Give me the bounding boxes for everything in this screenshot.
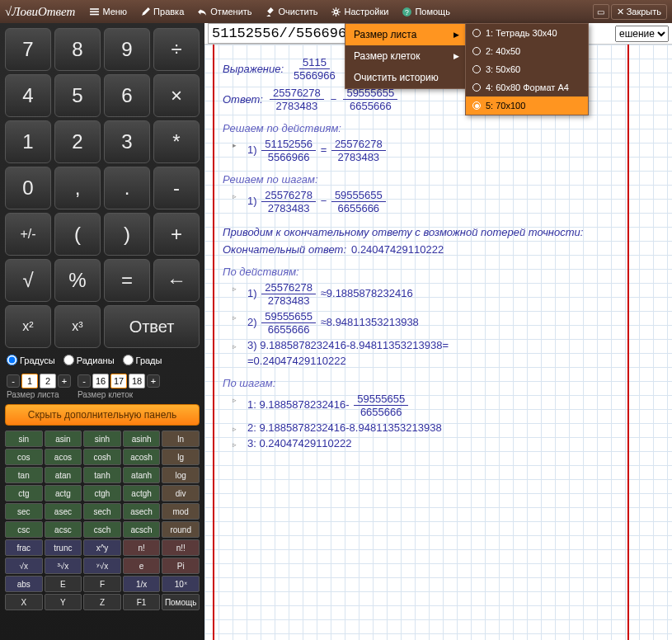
settings-button[interactable]: Настройки bbox=[325, 4, 394, 20]
radio-icon bbox=[472, 47, 481, 55]
mode-rad[interactable]: Радианы bbox=[63, 355, 115, 365]
svg-text:?: ? bbox=[405, 7, 409, 16]
undo-button[interactable]: Отменить bbox=[191, 4, 257, 20]
key-sign[interactable]: +/- bbox=[5, 213, 51, 256]
section-actions: Решаем по действиям: bbox=[223, 122, 623, 134]
key-sqrt[interactable]: √ bbox=[5, 259, 51, 302]
section-steps: Решаем по шагам: bbox=[223, 173, 623, 186]
key-answer[interactable]: Ответ bbox=[104, 305, 200, 348]
size-val-2[interactable]: 2 bbox=[40, 374, 56, 388]
gear-icon bbox=[331, 7, 341, 17]
size-inc[interactable]: + bbox=[58, 374, 71, 388]
size-label: Размер листа bbox=[7, 390, 71, 399]
key-cube[interactable]: x³ bbox=[54, 305, 101, 348]
size-dec[interactable]: - bbox=[7, 374, 20, 388]
key-star[interactable]: * bbox=[153, 120, 200, 163]
fn-sin[interactable]: sin bbox=[5, 431, 43, 447]
function-keypad: sinasinsinhasinhln cosacoscoshacoshlg ta… bbox=[5, 431, 200, 610]
help-icon: ? bbox=[402, 7, 412, 17]
key-back[interactable]: ← bbox=[153, 259, 200, 302]
pencil-icon bbox=[140, 7, 151, 17]
broom-icon bbox=[266, 7, 276, 17]
cell-dec[interactable]: - bbox=[78, 374, 91, 388]
solution-mode-select[interactable]: ешение bbox=[615, 26, 669, 42]
size-opt-4[interactable]: 4: 60x80 Формат А4 bbox=[466, 78, 588, 96]
key-8[interactable]: 8 bbox=[54, 28, 101, 71]
main-toolbar: √ЛовиОтвет Меню Правка Отменить Очистить… bbox=[0, 0, 672, 23]
settings-dropdown: Размер листа▶ Размер клеток▶ Очистить ис… bbox=[345, 23, 468, 89]
size-opt-5[interactable]: 5: 70x100 bbox=[466, 96, 588, 115]
cell-label: Размер клеток bbox=[78, 390, 160, 399]
help-button[interactable]: ?Помощь bbox=[396, 4, 456, 20]
key-7[interactable]: 7 bbox=[5, 28, 51, 71]
main-keypad: 7 8 9 ÷ 4 5 6 × 1 2 3 * 0 , . - +/- ( ) … bbox=[5, 28, 200, 348]
chevron-right-icon: ▶ bbox=[453, 31, 459, 39]
final-header: Приводим к окончательному ответу с возмо… bbox=[223, 226, 623, 238]
key-lparen[interactable]: ( bbox=[54, 213, 101, 256]
settings-cell-size[interactable]: Размер клеток▶ bbox=[345, 45, 468, 67]
menu-icon bbox=[89, 7, 100, 17]
chevron-right-icon: ▶ bbox=[453, 52, 459, 60]
clear-button[interactable]: Очистить bbox=[260, 4, 324, 20]
final-answer: 0.24047429110222 bbox=[351, 243, 444, 256]
radio-icon bbox=[472, 101, 481, 110]
radio-icon bbox=[472, 83, 481, 92]
settings-sheet-size[interactable]: Размер листа▶ bbox=[345, 24, 468, 45]
key-dot[interactable]: . bbox=[104, 167, 150, 209]
hide-panel-button[interactable]: Скрыть дополнительную панель bbox=[5, 404, 200, 426]
menu-button[interactable]: Меню bbox=[83, 4, 133, 20]
key-sq[interactable]: x² bbox=[5, 305, 51, 348]
sheet-size-control: - 1 2 + Размер листа bbox=[7, 374, 71, 399]
size-opt-2[interactable]: 2: 40x50 bbox=[466, 42, 588, 60]
settings-clear-history[interactable]: Очистить историю bbox=[345, 67, 468, 88]
key-9[interactable]: 9 bbox=[104, 28, 150, 71]
answer-label: Ответ: bbox=[223, 93, 263, 106]
key-comma[interactable]: , bbox=[54, 167, 101, 209]
key-pct[interactable]: % bbox=[54, 259, 101, 302]
key-1[interactable]: 1 bbox=[5, 120, 51, 163]
key-mul[interactable]: × bbox=[153, 74, 200, 117]
app-logo: √ЛовиОтвет bbox=[5, 5, 75, 19]
size-opt-3[interactable]: 3: 50x60 bbox=[466, 60, 588, 78]
svg-point-3 bbox=[335, 10, 338, 13]
close-icon: ✕ bbox=[617, 7, 624, 17]
key-plus[interactable]: + bbox=[153, 213, 200, 256]
cell-inc[interactable]: + bbox=[147, 374, 160, 388]
radio-icon bbox=[472, 29, 481, 37]
close-button[interactable]: ✕Закрыть bbox=[611, 4, 667, 20]
key-div[interactable]: ÷ bbox=[153, 28, 200, 71]
key-minus[interactable]: - bbox=[153, 167, 200, 209]
minimize-button[interactable]: ▭ bbox=[593, 4, 609, 19]
key-2[interactable]: 2 bbox=[54, 120, 101, 163]
sheet-size-submenu: 1: Тетрадь 30x40 2: 40x50 3: 50x60 4: 60… bbox=[465, 23, 589, 115]
key-6[interactable]: 6 bbox=[104, 74, 150, 117]
key-4[interactable]: 4 bbox=[5, 74, 51, 117]
key-3[interactable]: 3 bbox=[104, 120, 150, 163]
key-0[interactable]: 0 bbox=[5, 167, 51, 209]
key-rparen[interactable]: ) bbox=[104, 213, 150, 256]
size-val-1[interactable]: 1 bbox=[21, 374, 38, 388]
svg-rect-1 bbox=[90, 11, 99, 12]
radio-icon bbox=[472, 65, 481, 73]
undo-icon bbox=[197, 7, 208, 17]
worksheet[interactable]: Выражение: 51155566966 − 6655666 Ответ: … bbox=[204, 45, 672, 640]
svg-rect-0 bbox=[90, 8, 99, 10]
expression-label: Выражение: bbox=[223, 63, 284, 75]
svg-rect-2 bbox=[90, 13, 99, 15]
mode-deg[interactable]: Градусы bbox=[7, 355, 55, 365]
mode-grad[interactable]: Грады bbox=[123, 355, 162, 365]
size-opt-1[interactable]: 1: Тетрадь 30x40 bbox=[466, 24, 588, 42]
angle-modes: Градусы Радианы Грады bbox=[5, 351, 200, 369]
key-eq[interactable]: = bbox=[104, 259, 150, 302]
key-5[interactable]: 5 bbox=[54, 74, 101, 117]
calculator-panel: 7 8 9 ÷ 4 5 6 × 1 2 3 * 0 , . - +/- ( ) … bbox=[0, 23, 204, 640]
edit-button[interactable]: Правка bbox=[134, 4, 190, 20]
cell-size-control: - 16 17 18 + Размер клеток bbox=[78, 374, 160, 399]
